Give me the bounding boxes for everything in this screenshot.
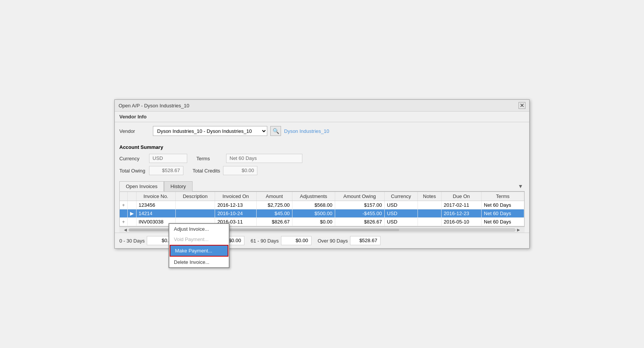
- cell-amount-1: $45.00: [257, 209, 292, 218]
- row-arrow-0: [127, 201, 136, 209]
- vendor-name-link[interactable]: Dyson Industries_10: [284, 128, 329, 134]
- days-61-90-item: 61 - 90 Days $0.00: [251, 236, 312, 245]
- context-menu: Adjust Invoice...Void Payment...Make Pay…: [169, 223, 230, 268]
- vendor-search-button[interactable]: 🔍: [270, 126, 281, 136]
- currency-item: Currency USD: [119, 154, 187, 163]
- cell-amount-owing-0: $157.00: [335, 201, 384, 209]
- cell-invoiced-on-0: 2016-12-13: [215, 201, 257, 209]
- main-window: Open A/P - Dyson Industries_10 ✕ Vendor …: [114, 99, 530, 249]
- cell-currency-2: USD: [384, 218, 418, 226]
- scroll-left-button[interactable]: ◀: [122, 228, 128, 232]
- cell-description-0: [175, 201, 215, 209]
- col-due-on: Due On: [441, 192, 481, 201]
- currency-value: USD: [149, 154, 187, 163]
- col-currency: Currency: [384, 192, 418, 201]
- table-row[interactable]: + 123456 2016-12-13 $2,725.00 $568.00 $1…: [120, 201, 524, 209]
- col-amount-owing: Amount Owing: [335, 192, 384, 201]
- cell-terms-0: Net 60 Days: [482, 201, 524, 209]
- tabs: Open Invoices History ▼: [119, 181, 525, 192]
- tab-open-invoices[interactable]: Open Invoices: [119, 181, 164, 192]
- cell-invoiced-on-1: 2016-10-24: [215, 209, 257, 218]
- terms-item: Terms Net 60 Days: [196, 154, 302, 163]
- over-90-item: Over 90 Days $528.67: [318, 236, 381, 245]
- table-row[interactable]: ▶ 14214 2016-10-24 $45.00 $500.00 -$455.…: [120, 209, 524, 218]
- col-notes: Notes: [418, 192, 441, 201]
- cell-notes-1: [418, 209, 441, 218]
- vendor-label: Vendor: [119, 128, 150, 134]
- window-title: Open A/P - Dyson Industries_10: [119, 103, 189, 109]
- col-adjustments: Adjustments: [292, 192, 335, 201]
- cell-invoice-no-1: 14214: [136, 209, 175, 218]
- col-expand: [120, 192, 127, 201]
- terms-label: Terms: [196, 156, 223, 161]
- context-menu-item-0[interactable]: Adjust Invoice...: [169, 224, 229, 234]
- invoices-table: Invoice No. Description Invoiced On Amou…: [120, 192, 524, 226]
- scroll-right-button[interactable]: ▶: [516, 228, 522, 232]
- vendor-info-header: Vendor Info: [115, 112, 529, 122]
- cell-description-1: [175, 209, 215, 218]
- cell-adjustments-0: $568.00: [292, 201, 335, 209]
- total-credits-item: Total Credits $0.00: [193, 166, 257, 175]
- row-arrow-2: [127, 218, 136, 226]
- vendor-info-label: Vendor Info: [119, 114, 147, 120]
- context-menu-item-2[interactable]: Make Payment...: [170, 245, 228, 257]
- cell-notes-2: [418, 218, 441, 226]
- terms-value: Net 60 Days: [226, 154, 302, 163]
- days-61-90-label: 61 - 90 Days: [251, 238, 279, 244]
- account-summary-section: Currency USD Terms Net 60 Days Total Owi…: [115, 151, 529, 178]
- total-credits-label: Total Credits: [193, 168, 220, 174]
- table-options-button[interactable]: ▼: [516, 181, 525, 192]
- cell-due-on-2: 2016-05-10: [441, 218, 481, 226]
- context-menu-item-1: Void Payment...: [169, 234, 229, 244]
- cell-amount-owing-2: $826.67: [335, 218, 384, 226]
- cell-amount-owing-1: -$455.00: [335, 209, 384, 218]
- col-description: Description: [175, 192, 215, 201]
- total-owing-label: Total Owing: [119, 168, 146, 174]
- invoices-table-container: Invoice No. Description Invoiced On Amou…: [119, 192, 525, 227]
- title-bar: Open A/P - Dyson Industries_10 ✕: [115, 100, 529, 112]
- row-expand-2[interactable]: +: [120, 218, 127, 226]
- total-owing-value: $528.67: [149, 166, 183, 175]
- vendor-info-section: Vendor Dyson Industries_10 - Dyson Indus…: [115, 122, 529, 143]
- row-expand-0[interactable]: +: [120, 201, 127, 209]
- close-button[interactable]: ✕: [519, 102, 525, 109]
- tab-history[interactable]: History: [164, 181, 192, 192]
- col-invoiced-on: Invoiced On: [215, 192, 257, 201]
- over-90-value: $528.67: [350, 236, 381, 245]
- cell-currency-0: USD: [384, 201, 418, 209]
- col-terms: Terms: [482, 192, 524, 201]
- cell-adjustments-1: $500.00: [292, 209, 335, 218]
- cell-amount-2: $826.67: [257, 218, 292, 226]
- days-61-90-value: $0.00: [281, 236, 312, 245]
- cell-amount-0: $2,725.00: [257, 201, 292, 209]
- cell-invoice-no-0: 123456: [136, 201, 175, 209]
- row-arrow-1: ▶: [127, 209, 136, 218]
- col-arrow: [127, 192, 136, 201]
- cell-notes-0: [418, 201, 441, 209]
- summary-totals-grid: Total Owing $528.67 Total Credits $0.00: [119, 166, 525, 175]
- cell-due-on-0: 2017-02-11: [441, 201, 481, 209]
- cell-terms-1: Net 60 Days: [482, 209, 524, 218]
- cell-adjustments-2: $0.00: [292, 218, 335, 226]
- vendor-row: Vendor Dyson Industries_10 - Dyson Indus…: [119, 126, 525, 136]
- cell-currency-1: USD: [384, 209, 418, 218]
- tabs-container: Open Invoices History ▼: [119, 181, 525, 192]
- table-wrapper[interactable]: Invoice No. Description Invoiced On Amou…: [120, 192, 524, 226]
- cell-due-on-1: 2016-12-23: [441, 209, 481, 218]
- row-expand-1[interactable]: [120, 209, 127, 218]
- context-menu-item-3[interactable]: Delete Invoice...: [169, 257, 229, 267]
- currency-label: Currency: [119, 156, 146, 161]
- account-summary-header: Account Summary: [115, 143, 529, 151]
- col-amount: Amount: [257, 192, 292, 201]
- days-0-30-label: 0 - 30 Days: [119, 238, 145, 244]
- vendor-select[interactable]: Dyson Industries_10 - Dyson Industries_1…: [153, 126, 267, 136]
- col-invoice-no: Invoice No.: [136, 192, 175, 201]
- total-owing-item: Total Owing $528.67: [119, 166, 183, 175]
- over-90-label: Over 90 Days: [318, 238, 348, 244]
- summary-grid: Currency USD Terms Net 60 Days: [119, 154, 525, 163]
- cell-terms-2: Net 60 Days: [482, 218, 524, 226]
- total-credits-value: $0.00: [223, 166, 257, 175]
